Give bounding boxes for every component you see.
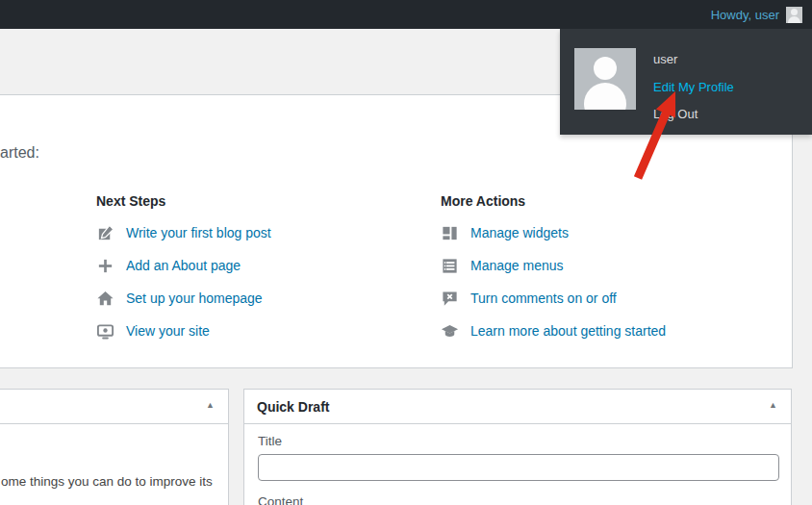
welcome-intro-fragment: arted: xyxy=(0,144,39,162)
quick-draft-title: Quick Draft xyxy=(257,399,329,415)
link-label: Write your first blog post xyxy=(126,225,271,240)
welcome-column-more-actions: More Actions Manage widgets xyxy=(441,193,666,347)
learn-icon xyxy=(441,322,459,341)
widgets-icon xyxy=(441,224,459,242)
site-health-panel: ▲ ome things you can do to improve its xyxy=(0,389,229,505)
title-input[interactable] xyxy=(258,454,779,481)
more-actions-heading: More Actions xyxy=(441,193,666,209)
next-steps-list: Write your first blog post Add an About … xyxy=(96,216,271,347)
list-item: Learn more about getting started xyxy=(441,315,666,347)
title-label: Title xyxy=(258,434,777,448)
quick-draft-panel: Quick Draft ▲ Title Content xyxy=(243,389,792,505)
add-about-page-link[interactable]: Add an About page xyxy=(96,257,241,275)
collapse-arrow-icon[interactable]: ▲ xyxy=(206,401,215,410)
content-label: Content xyxy=(258,494,777,505)
learn-more-link[interactable]: Learn more about getting started xyxy=(441,322,666,341)
username-text: user xyxy=(653,52,677,66)
link-label: View your site xyxy=(126,323,210,339)
more-actions-list: Manage widgets xyxy=(441,216,666,347)
link-label: Manage menus xyxy=(470,258,564,273)
collapse-arrow-icon[interactable]: ▲ xyxy=(769,401,777,410)
plus-icon xyxy=(96,257,114,275)
list-item: Add an About page xyxy=(96,249,271,282)
turn-comments-link[interactable]: Turn comments on or off xyxy=(441,290,617,308)
setup-homepage-link[interactable]: Set up your homepage xyxy=(96,290,263,308)
panel-body-text: ome things you can do to improve its xyxy=(1,474,213,489)
view-site-link[interactable]: View your site xyxy=(96,322,210,341)
list-item: Turn comments on or off xyxy=(441,282,666,315)
link-label: Learn more about getting started xyxy=(470,323,666,339)
link-label: Turn comments on or off xyxy=(470,290,617,306)
link-label: Manage widgets xyxy=(470,225,569,240)
annotation-arrow-icon xyxy=(616,82,693,192)
link-label: Add an About page xyxy=(126,258,241,273)
list-item: Set up your homepage xyxy=(96,282,271,315)
list-item: View your site xyxy=(96,315,271,347)
view-site-icon xyxy=(96,322,114,341)
list-item: Manage menus xyxy=(441,249,666,282)
manage-widgets-link[interactable]: Manage widgets xyxy=(441,224,569,242)
write-post-icon xyxy=(96,224,114,242)
avatar[interactable] xyxy=(786,7,802,23)
link-label: Set up your homepage xyxy=(126,290,263,306)
comments-icon xyxy=(441,290,459,308)
panel-header: ▲ xyxy=(0,390,228,424)
quick-draft-body: Title Content xyxy=(244,424,791,505)
next-steps-heading: Next Steps xyxy=(96,193,271,209)
home-icon xyxy=(96,290,114,308)
panel-header: Quick Draft ▲ xyxy=(244,390,791,424)
avatar-head xyxy=(791,9,798,15)
admin-bar: Howdy, user xyxy=(0,0,812,29)
welcome-column-next-steps: Next Steps Write your first blog post xyxy=(96,193,271,347)
dashboard-page: { "admin_bar": { "howdy": "Howdy, user" … xyxy=(0,0,812,505)
howdy-user-link[interactable]: Howdy, user xyxy=(711,8,779,22)
list-item: Write your first blog post xyxy=(96,216,271,249)
avatar-head xyxy=(594,57,617,80)
manage-menus-link[interactable]: Manage menus xyxy=(441,257,564,275)
avatar-body xyxy=(788,16,800,23)
list-item: Manage widgets xyxy=(441,216,666,249)
menus-icon xyxy=(441,257,459,275)
write-first-post-link[interactable]: Write your first blog post xyxy=(96,224,271,242)
